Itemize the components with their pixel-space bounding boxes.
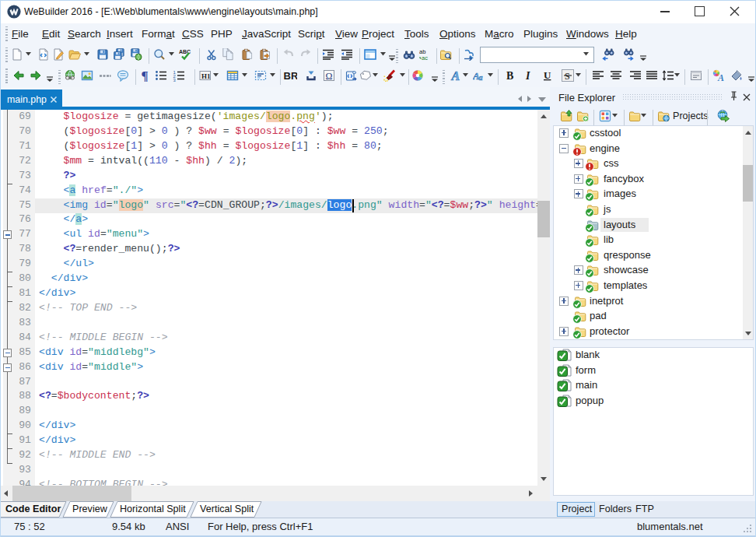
svg-text:A: A [717,72,724,82]
svg-text:3: 3 [173,78,177,82]
svg-text:I: I [525,70,530,82]
svg-text:¶: ¶ [142,69,149,82]
svg-text:BR: BR [284,70,298,82]
svg-text:B: B [506,70,513,82]
svg-text:U: U [544,69,551,81]
svg-text:Ω: Ω [326,70,333,81]
svg-text:A: A [450,69,460,82]
svg-text:ac: ac [422,54,428,61]
svg-text:a: a [479,73,483,82]
svg-text:H1: H1 [201,72,211,79]
